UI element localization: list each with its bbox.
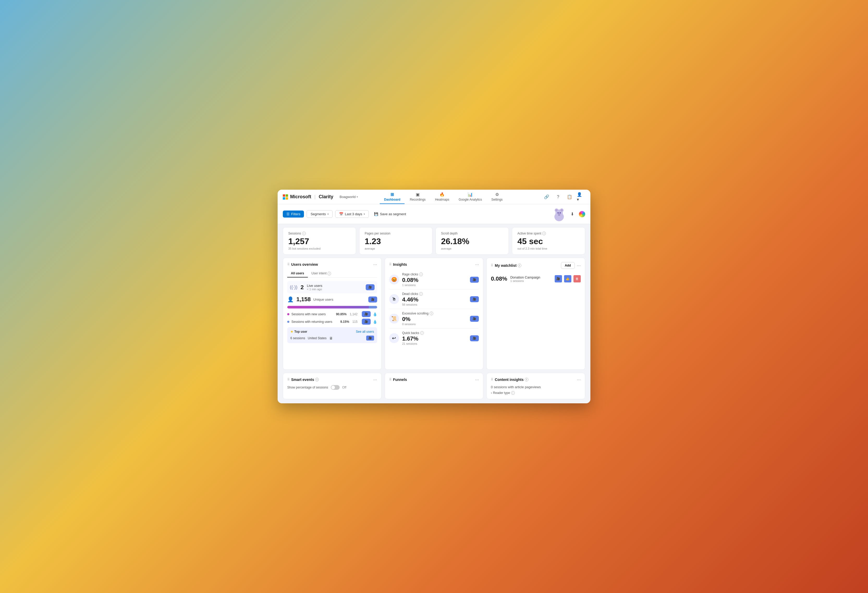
funnels-header: ⠿ Funnels ··· (389, 377, 479, 382)
user-intent-info-icon[interactable]: i (328, 272, 331, 275)
dead-clicks-info-icon[interactable]: i (419, 292, 423, 296)
active-time-info-icon[interactable]: i (542, 232, 546, 235)
drag-handle-icon-2: ⠿ (389, 263, 391, 266)
new-users-pct: 90.85% (336, 313, 347, 316)
excessive-scrolling-record-button[interactable]: 🎥 (470, 316, 479, 322)
watchlist-add-button[interactable]: Add (561, 262, 575, 269)
dead-clicks-record-button[interactable]: 🎥 (470, 296, 479, 302)
returning-users-count: 115 (353, 320, 358, 324)
tab-all-users[interactable]: All users (287, 270, 308, 277)
tab-dashboard[interactable]: ⊞ Dashboard (380, 190, 404, 204)
user-avatar[interactable]: 👤 ▾ (577, 193, 585, 201)
watchlist-item-sessions: 1 sessions (510, 279, 540, 282)
tab-google-analytics[interactable]: 📊 Google Analytics (455, 190, 486, 204)
insight-quick-backs: ↩ Quick backs i 1.67% 21 sessions 🎥 (389, 329, 479, 348)
sessions-info-icon[interactable]: i (302, 232, 306, 235)
sessions-value: 1,257 (288, 237, 351, 246)
watchlist-header: ⠿ My watchlist i Add ··· (491, 262, 581, 269)
watchlist-record-button[interactable]: 🎥 (555, 275, 562, 282)
save-icon: 💾 (374, 212, 378, 216)
calendar-icon: 📅 (339, 212, 343, 216)
brand: Microsoft | Clarity (283, 194, 334, 199)
date-range-button[interactable]: 📅 Last 3 days ▾ (335, 210, 369, 218)
insights-menu-button[interactable]: ··· (475, 262, 479, 267)
segment-button[interactable]: Segments ▾ (307, 210, 333, 218)
content-insights-info-icon[interactable]: i (525, 378, 528, 381)
funnels-widget: ⠿ Funnels ··· (385, 373, 484, 399)
tab-heatmaps[interactable]: 🔥 Heatmaps (431, 190, 453, 204)
quick-backs-record-button[interactable]: 🎥 (470, 335, 479, 341)
progress-returning (369, 306, 377, 308)
share-icon[interactable]: 🔗 (542, 193, 551, 201)
live-users-row: ((·)) 2 Live users < 1 min ago 🎥 (287, 281, 377, 294)
returning-users-pct: 9.15% (340, 320, 349, 324)
ret-users-record-button[interactable]: 🎥 (362, 319, 371, 325)
live-users-label: Live users (307, 284, 362, 288)
desktop-icon: 🖥 (329, 336, 333, 340)
users-tabs: All users User intent i (287, 270, 377, 277)
users-overview-widget: ⠿ Users overview ··· All users User inte… (283, 258, 382, 370)
settings-icon: ⚙ (495, 192, 499, 197)
excessive-scrolling-value: 0% (402, 316, 467, 323)
brand-divider: | (314, 194, 316, 199)
dead-clicks-sessions: 56 sessions (402, 303, 467, 306)
drag-handle-icon-6: ⠿ (491, 378, 493, 381)
tab-recordings[interactable]: ▣ Recordings (406, 190, 430, 204)
new-users-dot (287, 313, 289, 315)
insight-excessive-scrolling: 📜 Excessive scrolling i 0% 0 sessions 🎥 (389, 309, 479, 329)
rage-clicks-icon: 😡 (389, 274, 399, 285)
rage-clicks-info-icon[interactable]: i (419, 273, 423, 276)
watchlist-info-icon[interactable]: i (518, 264, 521, 267)
insight-rage-clicks: 😡 Rage clicks i 0.08% 1 sessions 🎥 (389, 270, 479, 289)
rage-clicks-record-button[interactable]: 🎥 (470, 277, 479, 283)
watchlist-item-name: Donation Campaign (510, 275, 540, 279)
project-selector[interactable]: Boagworld ▾ (338, 194, 360, 200)
top-user-record-button[interactable]: 🎥 (366, 336, 374, 341)
new-users-heat-icon: 💧 (373, 312, 377, 316)
unique-record-button[interactable]: 🎥 (368, 296, 377, 302)
dead-clicks-value: 4.46% (402, 296, 467, 303)
tab-user-intent[interactable]: User intent i (308, 270, 335, 277)
content-insights-menu-button[interactable]: ··· (577, 377, 581, 382)
filter-button[interactable]: ☰ Filters (283, 211, 304, 218)
watchlist-thumb-button[interactable]: 👍 (564, 275, 571, 282)
funnels-title: ⠿ Funnels (389, 378, 407, 382)
document-icon[interactable]: 📋 (565, 193, 574, 201)
product-name: Clarity (319, 194, 334, 199)
new-users-record-button[interactable]: 🎥 (362, 311, 371, 317)
quick-backs-icon: ↩ (389, 333, 399, 343)
save-segment-button[interactable]: 💾 Save as segment (372, 211, 409, 218)
header-actions: 🔗 ? 📋 👤 ▾ (542, 193, 585, 201)
dashboard-icon: ⊞ (390, 192, 394, 197)
stat-scroll-depth: Scroll depth 26.18% average (435, 227, 509, 255)
see-all-users-link[interactable]: See all users (356, 330, 374, 333)
drag-handle-icon-5: ⠿ (389, 378, 391, 381)
users-overview-menu-button[interactable]: ··· (373, 262, 377, 267)
help-icon[interactable]: ? (554, 193, 562, 201)
watchlist-item: 0.08% Donation Campaign 1 sessions 🎥 👍 🗑 (491, 272, 581, 286)
reader-type-row[interactable]: › Reader type i (491, 391, 581, 395)
smart-events-toggle[interactable] (331, 385, 340, 390)
scroll-sub: average (441, 247, 503, 250)
funnels-menu-button[interactable]: ··· (475, 377, 479, 382)
watchlist-delete-button[interactable]: 🗑 (573, 275, 581, 282)
content-insights-sessions: 0 sessions with article pageviews (491, 385, 581, 389)
live-record-button[interactable]: 🎥 (366, 284, 375, 290)
pages-value: 1.23 (365, 237, 427, 246)
download-icon[interactable]: ⬇ (568, 210, 576, 218)
google-analytics-icon: 📊 (468, 192, 473, 197)
rainbow-icon[interactable] (579, 211, 585, 217)
quick-backs-info-icon[interactable]: i (420, 331, 424, 335)
unique-users-icon: 👤 (287, 296, 294, 302)
reader-type-info-icon[interactable]: i (511, 391, 515, 395)
top-user-row: 6 sessions United States 🖥 🎥 (290, 336, 374, 341)
smart-events-menu-button[interactable]: ··· (373, 377, 377, 382)
scroll-value: 26.18% (441, 237, 503, 246)
watchlist-menu-button[interactable]: ··· (577, 263, 581, 268)
tab-settings[interactable]: ⚙ Settings (487, 190, 507, 204)
dead-clicks-icon: 🖱 (389, 294, 399, 304)
content-insights-title: ⠿ Content insights i (491, 378, 528, 382)
smart-events-info-icon[interactable]: i (315, 378, 319, 381)
excessive-scrolling-info-icon[interactable]: i (430, 311, 433, 315)
new-users-row: Sessions with new users 90.85% 1,142 🎥 💧 (287, 311, 377, 317)
